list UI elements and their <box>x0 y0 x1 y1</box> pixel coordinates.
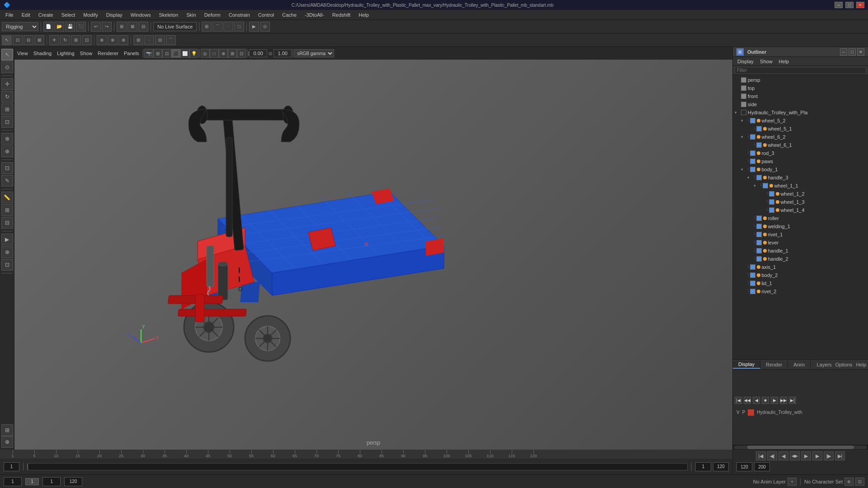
vp-colorspace-select[interactable]: sRGB gamma Linear Raw <box>294 49 334 57</box>
soft-sel[interactable]: ⊗ <box>108 35 118 45</box>
paint-tool[interactable]: ⊟ <box>24 35 33 45</box>
outliner-item-handle_1[interactable]: └handle_1 <box>733 247 868 255</box>
rigging-dropdown[interactable]: Rigging Modeling Animation Rendering FX <box>2 22 38 31</box>
outliner-item-wheel_6_1[interactable]: └wheel_6_1 <box>733 141 868 149</box>
tab-anim[interactable]: Anim <box>788 361 811 368</box>
outliner-item-rivet_1[interactable]: └rivet_1 <box>733 230 868 239</box>
menu-item--3dtoall-[interactable]: -3DtoAll- <box>301 11 328 19</box>
tab-display[interactable]: Display <box>733 361 760 369</box>
play-back-btn[interactable]: ◀ <box>753 397 760 404</box>
next-key-btn[interactable]: |▶ <box>824 451 834 460</box>
outliner-item-hydraulic_root[interactable]: ▾Hydraulic_Trolley_with_Pla <box>733 108 868 117</box>
outliner-item-lid_1[interactable]: └lid_1 <box>733 279 868 287</box>
menu-item-modify[interactable]: Modify <box>80 11 101 19</box>
anim-layer-btn[interactable]: + <box>788 478 797 486</box>
save-file-btn[interactable]: 💾 <box>65 22 75 32</box>
quick-layout[interactable]: ⊞ <box>1 424 13 436</box>
minimize-button[interactable]: ─ <box>835 2 843 8</box>
move-tool[interactable]: ✛ <box>49 35 59 45</box>
save-as-btn[interactable]: ⬛ <box>76 22 86 32</box>
vp-show-menu[interactable]: Show <box>77 50 95 57</box>
prev-frame-btn[interactable]: |◀ <box>735 397 742 404</box>
play-back-btn2[interactable]: ◀▶ <box>790 451 800 460</box>
snap-live[interactable]: ⊞ <box>133 35 143 45</box>
paint2-tool[interactable]: ⊠ <box>34 35 44 45</box>
outliner-item-wheel_5_2[interactable]: ▾└wheel_5_2 <box>733 117 868 125</box>
menu-item-skin[interactable]: Skin <box>183 11 199 19</box>
tab-options-menu[interactable]: Options <box>833 361 854 368</box>
xform-tool[interactable]: ⊡ <box>82 35 92 45</box>
menu-item-skeleton[interactable]: Skeleton <box>155 11 182 19</box>
grid-left[interactable]: ⊞ <box>1 204 13 216</box>
vp-exposure-input[interactable] <box>249 49 267 57</box>
sym-sel[interactable]: ⊕ <box>118 35 128 45</box>
frame-display-input[interactable] <box>4 477 22 486</box>
scrollbar-thumb[interactable] <box>747 446 854 449</box>
stop-btn[interactable]: ■ <box>762 397 769 404</box>
menu-item-display[interactable]: Display <box>103 11 126 19</box>
soft-mod-left[interactable]: ⊗ <box>1 133 13 145</box>
outliner-min-btn[interactable]: ─ <box>840 48 847 56</box>
outliner-display-menu[interactable]: Display <box>735 58 756 65</box>
vp-xray-btn[interactable]: ⊡ <box>237 49 246 58</box>
menu-item-windows[interactable]: Windows <box>127 11 155 19</box>
annotate[interactable]: ✎ <box>1 175 13 187</box>
play-fwd-btn2[interactable]: ▶ <box>801 451 811 460</box>
outliner-item-wheel_6_2[interactable]: ▾└wheel_6_2 <box>733 133 868 141</box>
scrollbar-track[interactable] <box>734 446 867 449</box>
tab-render[interactable]: Render <box>760 361 788 368</box>
render-region[interactable]: ▶ <box>1 234 13 245</box>
outliner-item-handle_2[interactable]: └handle_2 <box>733 255 868 263</box>
outliner-item-wheel_1_2[interactable]: └wheel_1_2 <box>733 190 868 198</box>
outliner-help-menu[interactable]: Help <box>776 58 792 65</box>
vp-lighting-menu[interactable]: Lighting <box>54 50 77 57</box>
menu-item-deform[interactable]: Deform <box>201 11 224 19</box>
manip-tool[interactable]: ⊕ <box>97 35 107 45</box>
anim-keying[interactable]: ⊕ <box>1 436 13 448</box>
select-tool-left[interactable]: ↖ <box>1 49 13 61</box>
vp-wireframe-btn[interactable]: ⊡ <box>162 49 171 58</box>
select-tool[interactable]: ↖ <box>2 35 12 45</box>
play-fwd-btn[interactable]: ▶ <box>771 397 778 404</box>
snap-grid-btn[interactable]: ⊞ <box>202 22 212 32</box>
new-file-btn[interactable]: 📄 <box>43 22 53 32</box>
outliner-item-top[interactable]: top <box>733 84 868 92</box>
vp-lit-btn[interactable]: 💡 <box>189 49 198 58</box>
vp-view-menu[interactable]: View <box>14 50 31 57</box>
menu-item-edit[interactable]: Edit <box>18 11 34 19</box>
next-btn[interactable]: ▶▶ <box>780 397 787 404</box>
outliner-item-wheel_1_1[interactable]: ▾└wheel_1_1 <box>733 182 868 190</box>
horizontal-scrollbar[interactable] <box>733 444 868 450</box>
menu-item-file[interactable]: File <box>2 11 17 19</box>
outliner-item-paws[interactable]: └paws <box>733 157 868 165</box>
tree-arrow[interactable]: ▾ <box>741 118 746 123</box>
end-range-input[interactable] <box>736 462 752 471</box>
measure[interactable]: 📏 <box>1 192 13 203</box>
transform-btn[interactable]: ⊞ <box>117 22 127 32</box>
outliner-item-wheel_1_3[interactable]: └wheel_1_3 <box>733 198 868 206</box>
select-btn[interactable]: ⊠ <box>127 22 137 32</box>
rotate-tool[interactable]: ↻ <box>60 35 70 45</box>
viewport[interactable]: View Shading Lighting Show Renderer Pane… <box>14 47 732 450</box>
vp-gamma-input[interactable] <box>274 49 292 57</box>
outliner-item-lever[interactable]: └lever <box>733 239 868 247</box>
vp-shading-menu[interactable]: Shading <box>31 50 54 57</box>
go-first-btn[interactable]: |◀ <box>756 451 766 460</box>
range-start-input[interactable] <box>695 462 711 471</box>
outliner-item-rod_3[interactable]: └rod_3 <box>733 149 868 157</box>
outliner-item-front[interactable]: front <box>733 92 868 100</box>
outliner-close-btn[interactable]: ✕ <box>857 48 864 56</box>
tree-arrow[interactable]: ▾ <box>735 110 740 115</box>
vp-renderer-menu[interactable]: Renderer <box>95 50 121 57</box>
ipr-btn[interactable]: ⊙ <box>260 22 270 32</box>
snap-curve-btn[interactable]: ⌒ <box>212 22 222 32</box>
close-button[interactable]: ✕ <box>856 2 864 8</box>
outliner-item-axis_1[interactable]: └axis_1 <box>733 263 868 271</box>
menu-item-select[interactable]: Select <box>58 11 79 19</box>
range-end-input[interactable] <box>713 462 729 471</box>
snap-together[interactable]: ⊡ <box>1 162 13 174</box>
vp-sel-con[interactable]: ⊕ <box>219 49 228 58</box>
scale-left[interactable]: ⊞ <box>1 103 13 115</box>
menu-item-cache[interactable]: Cache <box>278 11 300 19</box>
snap-view-btn[interactable]: □ <box>234 22 244 32</box>
